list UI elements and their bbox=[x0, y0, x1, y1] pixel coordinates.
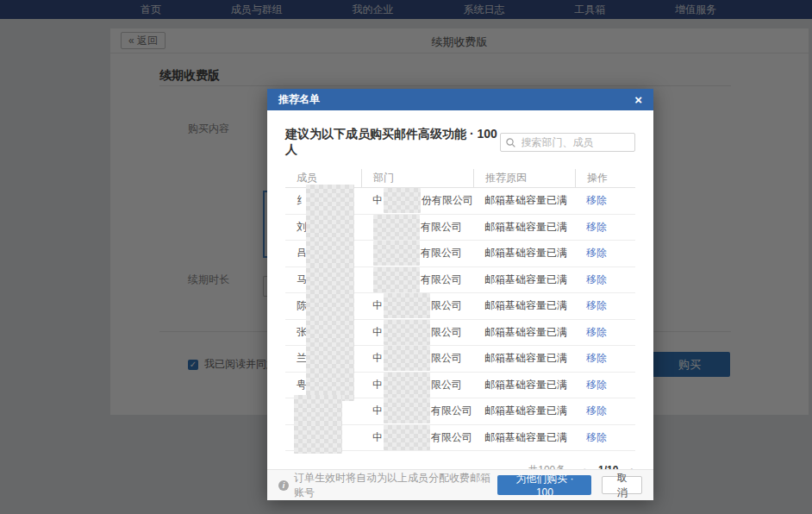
table-row: 兰中限公司邮箱基础容量已满移除 bbox=[285, 346, 635, 373]
recommend-reason: 邮箱基础容量已满 bbox=[484, 193, 567, 208]
company-suffix: 限公司 bbox=[431, 378, 462, 392]
action-cell: 移除 bbox=[575, 320, 635, 346]
member-name-cell: 刘 bbox=[285, 215, 361, 241]
recommend-reason: 邮箱基础容量已满 bbox=[484, 220, 567, 235]
company-prefix: 中 bbox=[372, 351, 383, 366]
column-header: 操作 bbox=[575, 169, 635, 187]
blurred-name-patch bbox=[294, 422, 342, 454]
reason-cell: 邮箱基础容量已满 bbox=[473, 425, 575, 451]
member-name-cell: 兰 bbox=[285, 346, 361, 372]
remove-link[interactable]: 移除 bbox=[586, 404, 607, 418]
recommend-reason: 邮箱基础容量已满 bbox=[484, 378, 567, 392]
reason-cell: 邮箱基础容量已满 bbox=[473, 346, 575, 372]
action-cell: 移除 bbox=[575, 293, 635, 319]
column-header: 部门 bbox=[361, 169, 473, 187]
reason-cell: 邮箱基础容量已满 bbox=[473, 293, 575, 319]
member-name-cell bbox=[285, 425, 361, 451]
blurred-company-patch bbox=[384, 373, 430, 398]
company-suffix: 有限公司 bbox=[431, 404, 472, 418]
remove-link[interactable]: 移除 bbox=[586, 193, 607, 208]
company-prefix: 中 bbox=[372, 193, 383, 208]
member-name-cell: 张 bbox=[285, 320, 361, 346]
company-suffix: 限公司 bbox=[431, 298, 462, 313]
action-cell: 移除 bbox=[575, 267, 635, 293]
table-row: 纟中份有限公司邮箱基础容量已满移除 bbox=[285, 188, 635, 215]
info-icon: i bbox=[278, 480, 289, 491]
blurred-company-patch bbox=[384, 293, 430, 318]
table-rows: 纟中份有限公司邮箱基础容量已满移除刘有限公司邮箱基础容量已满移除吕纟有限公司邮箱… bbox=[285, 188, 635, 451]
modal-footer: i 订单生效时将自动为以上成员分配收费邮箱账号 为他们购买 · 100 取消 bbox=[267, 469, 653, 500]
recommend-reason: 邮箱基础容量已满 bbox=[484, 351, 567, 366]
action-cell: 移除 bbox=[575, 346, 635, 372]
recommend-list-modal: 推荐名单 × 建议为以下成员购买邮件高级功能 · 100人 成员部门推荐原因操作… bbox=[267, 89, 653, 500]
blurred-company-patch bbox=[373, 267, 420, 292]
company-prefix: 中 bbox=[372, 430, 383, 445]
close-icon[interactable]: × bbox=[634, 93, 642, 106]
blurred-company-patch bbox=[384, 346, 430, 371]
company-suffix: 份有限公司 bbox=[422, 193, 473, 208]
buy-for-them-button[interactable]: 为他们购买 · 100 bbox=[497, 475, 591, 495]
reason-cell: 邮箱基础容量已满 bbox=[473, 267, 575, 293]
reason-cell: 邮箱基础容量已满 bbox=[473, 373, 575, 398]
remove-link[interactable]: 移除 bbox=[586, 351, 607, 366]
remove-link[interactable]: 移除 bbox=[586, 325, 607, 340]
search-box[interactable] bbox=[500, 133, 635, 152]
department-cell: 有限公司 bbox=[361, 215, 473, 241]
remove-link[interactable]: 移除 bbox=[586, 298, 607, 313]
remove-link[interactable]: 移除 bbox=[586, 273, 607, 287]
action-cell: 移除 bbox=[575, 425, 635, 451]
blurred-company-patch bbox=[373, 215, 420, 240]
department-cell: 中有限公司 bbox=[361, 398, 473, 424]
department-cell: 中有限公司 bbox=[361, 425, 473, 451]
reason-cell: 邮箱基础容量已满 bbox=[473, 320, 575, 346]
company-suffix: 有限公司 bbox=[421, 273, 462, 287]
table-row: 吕纟有限公司邮箱基础容量已满移除 bbox=[285, 241, 635, 267]
search-icon bbox=[506, 138, 515, 147]
footer-note: 订单生效时将自动为以上成员分配收费邮箱账号 bbox=[294, 471, 497, 500]
search-input[interactable] bbox=[520, 135, 629, 149]
recommend-reason: 邮箱基础容量已满 bbox=[484, 273, 567, 287]
remove-link[interactable]: 移除 bbox=[586, 430, 607, 445]
company-suffix: 有限公司 bbox=[431, 430, 472, 445]
action-cell: 移除 bbox=[575, 398, 635, 424]
recommend-reason: 邮箱基础容量已满 bbox=[484, 430, 567, 445]
department-cell: 中限公司 bbox=[361, 293, 473, 319]
department-cell: 中份有限公司 bbox=[361, 188, 473, 214]
table-row: 中有限公司邮箱基础容量已满移除 bbox=[285, 398, 635, 425]
department-cell: 中限公司 bbox=[361, 373, 473, 398]
remove-link[interactable]: 移除 bbox=[586, 220, 607, 235]
department-cell: 有限公司 bbox=[361, 267, 473, 293]
reason-cell: 邮箱基础容量已满 bbox=[473, 398, 575, 424]
column-header: 推荐原因 bbox=[473, 169, 575, 187]
reason-cell: 邮箱基础容量已满 bbox=[473, 188, 575, 214]
action-cell: 移除 bbox=[575, 241, 635, 266]
member-name-cell: 吕纟 bbox=[285, 241, 361, 266]
table-row: 陈中限公司邮箱基础容量已满移除 bbox=[285, 293, 635, 320]
company-prefix: 中 bbox=[372, 404, 383, 418]
recommend-reason: 邮箱基础容量已满 bbox=[484, 325, 567, 340]
remove-link[interactable]: 移除 bbox=[586, 246, 607, 260]
member-table: 成员部门推荐原因操作 纟中份有限公司邮箱基础容量已满移除刘有限公司邮箱基础容量已… bbox=[285, 169, 635, 451]
department-cell: 中限公司 bbox=[361, 346, 473, 372]
reason-cell: 邮箱基础容量已满 bbox=[473, 241, 575, 266]
recommend-reason: 邮箱基础容量已满 bbox=[484, 404, 567, 418]
blurred-company-patch bbox=[384, 188, 421, 213]
blurred-company-patch bbox=[384, 398, 430, 423]
member-name-cell: 陈 bbox=[285, 293, 361, 319]
company-prefix: 中 bbox=[372, 378, 383, 392]
page: 首页成员与群组我的企业系统日志工具箱增值服务 « 返回 续期收费版 续期收费版 … bbox=[0, 0, 812, 514]
action-cell: 移除 bbox=[575, 188, 635, 214]
table-row: 中有限公司邮箱基础容量已满移除 bbox=[285, 425, 635, 452]
company-prefix: 中 bbox=[372, 325, 383, 340]
member-name-cell: 马 bbox=[285, 267, 361, 293]
reason-cell: 邮箱基础容量已满 bbox=[473, 215, 575, 241]
modal-subtitle: 建议为以下成员购买邮件高级功能 · 100人 bbox=[285, 127, 500, 158]
recommend-reason: 邮箱基础容量已满 bbox=[484, 246, 567, 260]
department-cell: 有限公司 bbox=[361, 241, 473, 266]
remove-link[interactable]: 移除 bbox=[586, 378, 607, 392]
modal-header: 推荐名单 × bbox=[267, 89, 653, 110]
blurred-company-patch bbox=[384, 425, 430, 450]
cancel-button[interactable]: 取消 bbox=[602, 476, 642, 494]
modal-title: 推荐名单 bbox=[278, 92, 320, 107]
recommend-reason: 邮箱基础容量已满 bbox=[484, 298, 567, 313]
